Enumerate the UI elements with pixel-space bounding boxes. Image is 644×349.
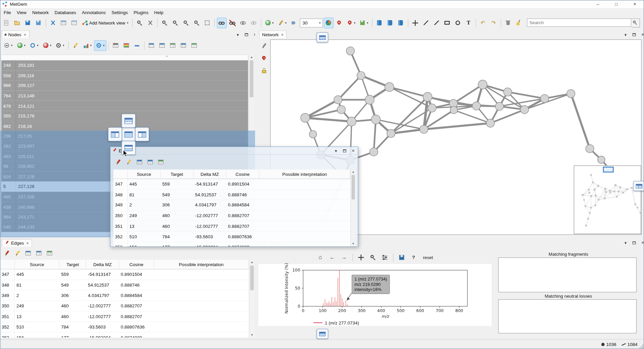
- node-color-button[interactable]: ▾: [263, 17, 275, 28]
- menu-item-network[interactable]: Network: [29, 9, 52, 16]
- rect-tool-button[interactable]: [442, 17, 452, 28]
- tab-close-icon[interactable]: ×: [281, 32, 284, 37]
- column-header[interactable]: Delta MZ: [86, 260, 119, 269]
- edges-table-row[interactable]: 347445559-54.9131470.8901504: [0, 269, 249, 280]
- text-tool-button[interactable]: [463, 17, 473, 28]
- minimap-viewport[interactable]: [603, 167, 614, 172]
- nodes-table-row[interactable]: 558209,118: [1, 70, 248, 81]
- highlight-pen-button[interactable]: ▾: [276, 17, 288, 28]
- select-rows-button[interactable]: [23, 248, 33, 259]
- menu-item-help[interactable]: Help: [151, 9, 166, 16]
- pin-options-button[interactable]: ▾: [345, 17, 357, 28]
- highlight-yellow-button[interactable]: [13, 248, 22, 259]
- move-tool-button[interactable]: [410, 17, 420, 28]
- view-databases-button[interactable]: [385, 17, 395, 28]
- scrollbar-thumb[interactable]: [352, 175, 355, 199]
- edges-table-row[interactable]: 352510784-93.56030.88807636: [0, 322, 249, 332]
- new-project-button[interactable]: [2, 17, 11, 28]
- edges-table-row[interactable]: 350249460-12.0027770.8882707: [0, 301, 249, 311]
- link-selection-button[interactable]: [217, 17, 227, 28]
- minimize-button[interactable]: ─: [589, 0, 607, 8]
- column-header[interactable]: Source: [15, 260, 59, 269]
- floating-edges-table[interactable]: SourceTargetDelta MZCosinePossible inter…: [113, 169, 350, 246]
- merge-columns-button[interactable]: [179, 40, 188, 51]
- zoom-selection-button[interactable]: [192, 17, 201, 28]
- scroll-up-icon[interactable]: ▲: [351, 169, 356, 174]
- pin-view-button[interactable]: [259, 53, 269, 64]
- zoom-out-button[interactable]: [160, 17, 169, 28]
- export-table-button[interactable]: [45, 248, 54, 259]
- edges-table-row[interactable]: 352510784-93.56030.88807636: [113, 232, 350, 242]
- menu-item-view[interactable]: View: [14, 9, 29, 16]
- edges-table-row[interactable]: 35113460-12.0027770.8882707: [0, 311, 249, 322]
- pin-node-button[interactable]: [334, 17, 344, 28]
- column-header[interactable]: Cosine: [119, 260, 154, 269]
- barchart-column-button[interactable]: ▾: [81, 40, 93, 51]
- search-input[interactable]: [527, 18, 631, 27]
- dock-float-button[interactable]: [342, 148, 347, 153]
- hide-items-button[interactable]: [238, 17, 248, 28]
- select-rows-button[interactable]: [146, 40, 156, 51]
- dock-float-button[interactable]: [631, 240, 637, 246]
- freeze-columns-button[interactable]: [34, 248, 44, 259]
- hide-column-button[interactable]: [132, 40, 142, 51]
- process-file-button[interactable]: [48, 17, 58, 28]
- edges-table-scrollbar[interactable]: ▲ ▼: [249, 260, 255, 337]
- dock-guide-top[interactable]: [317, 33, 328, 42]
- edges-table-row[interactable]: 3488154954.9125370.888746: [0, 280, 249, 290]
- save-as-button[interactable]: [34, 17, 43, 28]
- dock-menu-button[interactable]: ▾: [333, 148, 339, 153]
- color-by-column-button[interactable]: ▾: [15, 40, 27, 51]
- column-header[interactable]: Target: [161, 169, 194, 179]
- edges-table-row[interactable]: 353156177-15.9920040.8874089: [0, 332, 249, 337]
- annotate-view-button[interactable]: [259, 41, 269, 51]
- dock-guide-right[interactable]: [633, 181, 644, 191]
- arrow-tool-button[interactable]: [432, 17, 441, 28]
- column-header[interactable]: Delta MZ: [193, 169, 226, 179]
- dock-close-button[interactable]: ×: [350, 148, 356, 153]
- edges-table[interactable]: SourceTargetDelta MZCosinePossible inter…: [0, 260, 249, 337]
- unlink-selection-button[interactable]: [228, 17, 237, 28]
- edges-table-row[interactable]: 3488154954.9125370.888746: [113, 190, 350, 200]
- scroll-up-icon[interactable]: ▲: [249, 55, 254, 60]
- row-id-header[interactable]: [113, 169, 128, 179]
- dock-guide-top[interactable]: [121, 114, 136, 128]
- curation-tool-button[interactable]: [145, 17, 155, 28]
- close-button[interactable]: ×: [626, 0, 644, 8]
- highlight-yellow-button[interactable]: [124, 157, 134, 167]
- header-collapse-indicator[interactable]: ^: [166, 55, 167, 59]
- row-id-header[interactable]: [0, 260, 15, 269]
- open-project-button[interactable]: [12, 17, 22, 28]
- dock-close-button[interactable]: ×: [640, 32, 644, 37]
- menu-item-annotations[interactable]: Annotations: [79, 9, 108, 16]
- dock-guide-left[interactable]: [108, 127, 122, 141]
- scroll-down-icon[interactable]: ▼: [351, 241, 356, 246]
- library-files-button[interactable]: [375, 17, 384, 28]
- dock-guide-center[interactable]: [121, 127, 136, 141]
- nodes-table-row[interactable]: 764213,148: [1, 91, 248, 101]
- nodes-table-row[interactable]: 248203,181: [1, 60, 248, 70]
- column-header[interactable]: Source: [128, 169, 161, 179]
- matching-fragments-box[interactable]: [498, 257, 637, 292]
- zoom-to-fit-button[interactable]: [181, 17, 191, 28]
- edges-table-row[interactable]: 350249460-12.0027770.8882707: [113, 210, 350, 221]
- zoom-in-button[interactable]: [170, 17, 180, 28]
- tab-edges[interactable]: Edges ×: [2, 239, 32, 247]
- dock-menu-button[interactable]: ▾: [235, 32, 241, 37]
- table-settings-button[interactable]: [189, 40, 199, 51]
- node-size-icon-button[interactable]: [289, 17, 299, 28]
- ellipse-tool-button[interactable]: [453, 17, 463, 28]
- dock-float-button[interactable]: [244, 32, 249, 37]
- ring-column-button[interactable]: ▾: [54, 40, 66, 51]
- edges-table-row[interactable]: 353156177-15.9920040.8874089: [113, 242, 350, 246]
- column-header[interactable]: Target: [59, 260, 86, 269]
- highlight-red-button[interactable]: [113, 157, 123, 167]
- network-minimap[interactable]: [574, 165, 641, 234]
- map-column-button[interactable]: ▾: [94, 40, 106, 51]
- lock-view-button[interactable]: [259, 65, 269, 76]
- column-header[interactable]: Cosine: [226, 169, 259, 179]
- show-all-columns-button[interactable]: [111, 40, 120, 51]
- resize-grip[interactable]: [639, 344, 644, 349]
- edges-table-row[interactable]: 347445559-54.9131470.8901504: [113, 179, 350, 189]
- scrollbar-thumb[interactable]: [250, 266, 254, 290]
